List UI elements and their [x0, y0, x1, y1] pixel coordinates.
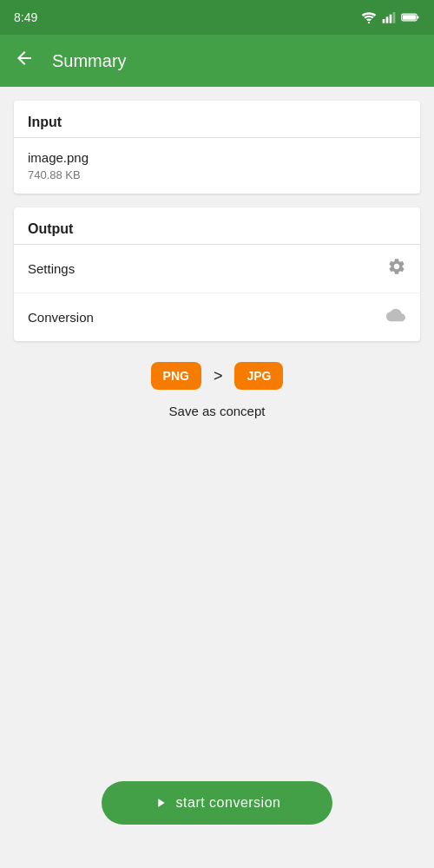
from-format-badge[interactable]: PNG: [151, 362, 201, 390]
back-button[interactable]: [14, 48, 35, 74]
status-time: 8:49: [14, 10, 37, 24]
status-icons: [361, 11, 420, 23]
input-card-header: Input: [14, 101, 420, 138]
start-conversion-button[interactable]: start conversion: [102, 781, 333, 825]
format-conversion-area: PNG > JPG: [14, 362, 420, 390]
svg-rect-1: [383, 19, 385, 23]
signal-icon: [382, 11, 396, 23]
svg-point-0: [368, 22, 370, 23]
play-icon: [154, 796, 168, 810]
save-concept-label[interactable]: Save as concept: [14, 404, 420, 418]
status-bar: 8:49: [0, 0, 434, 35]
battery-icon: [401, 12, 420, 23]
gear-icon: [387, 257, 406, 280]
settings-label: Settings: [28, 261, 75, 276]
svg-rect-4: [393, 12, 396, 23]
input-card: Input image.png 740.88 KB: [14, 101, 420, 194]
svg-rect-6: [417, 16, 418, 18]
start-button-label: start conversion: [176, 795, 281, 811]
svg-rect-2: [386, 16, 389, 23]
conversion-label: Conversion: [28, 310, 94, 325]
conversion-arrow: >: [214, 367, 223, 385]
input-heading: Input: [28, 115, 62, 129]
wifi-icon: [361, 11, 377, 23]
output-card: Output Settings Conversion: [14, 207, 420, 341]
to-format-badge[interactable]: JPG: [234, 362, 283, 390]
input-file-size: 740.88 KB: [14, 168, 420, 194]
svg-rect-3: [390, 15, 392, 23]
cloud-icon: [385, 306, 406, 329]
bottom-button-area: start conversion: [0, 781, 434, 825]
main-content: Input image.png 740.88 KB Output Setting…: [0, 87, 434, 432]
svg-rect-7: [403, 15, 416, 20]
input-file-name: image.png: [14, 138, 420, 168]
input-file-info: image.png 740.88 KB: [14, 138, 420, 194]
output-card-header: Output: [14, 207, 420, 245]
output-heading: Output: [28, 221, 73, 236]
app-bar: Summary: [0, 35, 434, 87]
settings-row[interactable]: Settings: [14, 245, 420, 293]
conversion-row[interactable]: Conversion: [14, 293, 420, 341]
page-title: Summary: [52, 51, 127, 71]
